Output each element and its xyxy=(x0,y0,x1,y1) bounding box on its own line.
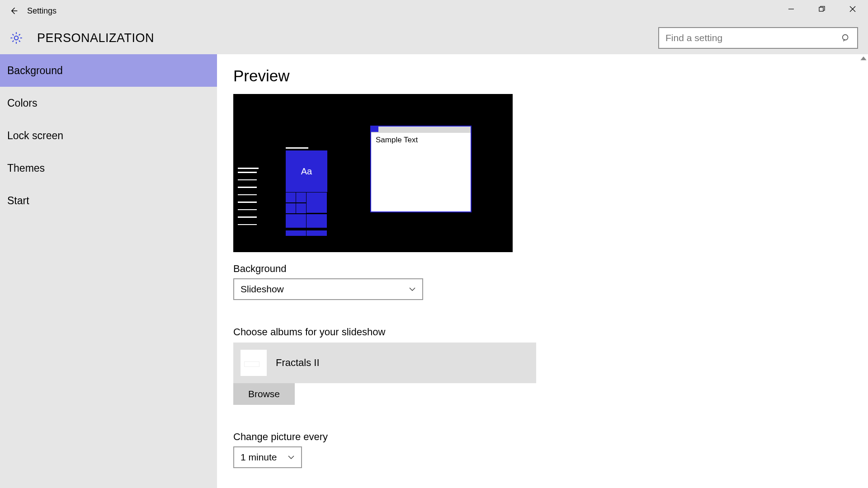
page-title: PERSONALIZATION xyxy=(37,31,154,45)
change-every-select[interactable]: 1 minute xyxy=(233,446,302,468)
change-every-label: Change picture every xyxy=(233,431,852,443)
albums-label: Choose albums for your slideshow xyxy=(233,326,852,338)
sidebar-item-label: Background xyxy=(7,65,63,77)
sidebar-item-colors[interactable]: Colors xyxy=(0,87,217,119)
close-button[interactable] xyxy=(837,0,868,18)
svg-rect-1 xyxy=(819,7,823,11)
minimize-icon xyxy=(788,6,794,12)
album-thumbnail xyxy=(241,350,267,376)
search-icon xyxy=(841,33,851,43)
chevron-down-icon xyxy=(409,286,416,293)
back-arrow-icon xyxy=(9,6,18,15)
maximize-icon xyxy=(819,6,825,12)
minimize-button[interactable] xyxy=(776,0,807,18)
back-button[interactable] xyxy=(0,0,27,22)
titlebar: Settings xyxy=(0,0,868,22)
album-name: Fractals II xyxy=(276,357,320,369)
body: Background Colors Lock screen Themes Sta… xyxy=(0,54,868,488)
sidebar-item-background[interactable]: Background xyxy=(0,54,217,87)
sidebar-item-lock-screen[interactable]: Lock screen xyxy=(0,119,217,152)
chevron-down-icon xyxy=(288,454,295,461)
background-select[interactable]: Slideshow xyxy=(233,278,423,300)
background-select-value: Slideshow xyxy=(241,284,284,295)
window-controls xyxy=(776,0,868,22)
close-icon xyxy=(849,6,856,12)
maximize-button[interactable] xyxy=(807,0,837,18)
change-every-value: 1 minute xyxy=(241,452,277,463)
browse-button[interactable]: Browse xyxy=(233,383,295,405)
header: PERSONALIZATION xyxy=(0,22,868,54)
preview-start-list xyxy=(238,168,259,231)
search-input[interactable] xyxy=(665,33,841,43)
sidebar-item-label: Start xyxy=(7,195,29,207)
album-item[interactable]: Fractals II xyxy=(233,343,536,383)
window-title: Settings xyxy=(27,6,57,16)
scrollbar[interactable] xyxy=(859,54,868,488)
sidebar-item-label: Themes xyxy=(7,162,45,174)
sidebar-item-label: Colors xyxy=(7,97,37,109)
preview-tiles: Aa xyxy=(286,147,327,236)
preview-tile-aa: Aa xyxy=(286,150,327,192)
svg-point-4 xyxy=(14,36,19,40)
search-box[interactable] xyxy=(658,27,858,49)
sidebar: Background Colors Lock screen Themes Sta… xyxy=(0,54,217,488)
scroll-up-icon[interactable] xyxy=(859,54,868,63)
preview-heading: Preview xyxy=(233,67,852,85)
background-label: Background xyxy=(233,263,852,275)
preview-box: Aa Sample Text xyxy=(233,94,513,252)
svg-point-5 xyxy=(843,35,848,40)
gear-icon xyxy=(8,30,24,46)
sidebar-item-themes[interactable]: Themes xyxy=(0,152,217,184)
preview-sample-text: Sample Text xyxy=(371,133,471,147)
sidebar-item-start[interactable]: Start xyxy=(0,184,217,217)
sidebar-item-label: Lock screen xyxy=(7,130,63,142)
preview-sample-window: Sample Text xyxy=(370,126,472,212)
content: Preview Aa xyxy=(217,54,868,488)
